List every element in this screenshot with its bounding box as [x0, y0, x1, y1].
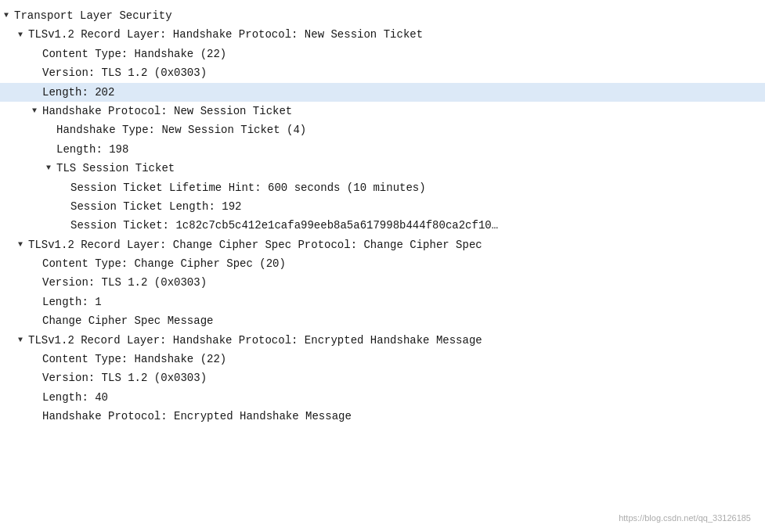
tree-node-label: Length: 40: [42, 389, 108, 406]
collapse-toggle[interactable]: [0, 9, 13, 22]
tree-node-label: Content Type: Handshake (22): [42, 45, 226, 63]
watermark: https://blog.csdn.net/qq_33126185: [619, 513, 751, 523]
tree-row: Handshake Protocol: Encrypted Handshake …: [0, 407, 765, 426]
tree-row: Session Ticket Length: 192: [0, 197, 765, 216]
tree-node-label: Length: 198: [56, 141, 128, 158]
tree-node-label: TLSv1.2 Record Layer: Handshake Protocol…: [28, 332, 482, 349]
tree-node-label: Session Ticket Lifetime Hint: 600 second…: [70, 179, 426, 196]
tree-node-label: Session Ticket Length: 192: [70, 198, 241, 215]
tree-row: Length: 198: [0, 140, 765, 159]
collapse-toggle[interactable]: [28, 105, 41, 117]
tree-row[interactable]: Transport Layer Security: [0, 6, 765, 25]
tree-node-label: Version: TLS 1.2 (0x0303): [42, 369, 207, 386]
tree-row: Length: 202: [0, 83, 765, 102]
tree-row: Handshake Type: New Session Ticket (4): [0, 120, 765, 139]
tree-row: Version: TLS 1.2 (0x0303): [0, 273, 765, 292]
tree-node-label: Content Type: Handshake (22): [42, 350, 226, 368]
collapse-toggle[interactable]: [14, 29, 27, 41]
tree-row[interactable]: Handshake Protocol: New Session Ticket: [0, 102, 765, 120]
tree-row[interactable]: TLS Session Ticket: [0, 159, 765, 178]
tree-row[interactable]: TLSv1.2 Record Layer: Handshake Protocol…: [0, 331, 765, 350]
tree-row[interactable]: TLSv1.2 Record Layer: Handshake Protocol…: [0, 25, 765, 44]
tree-node-label: Version: TLS 1.2 (0x0303): [42, 64, 207, 81]
tree-row: Session Ticket: 1c82c7cb5c412e1cafa99eeb…: [0, 216, 765, 235]
tree-row: Content Type: Change Cipher Spec (20): [0, 254, 765, 273]
tree-row[interactable]: TLSv1.2 Record Layer: Change Cipher Spec…: [0, 235, 765, 254]
tree-row: Length: 40: [0, 388, 765, 407]
collapse-toggle[interactable]: [42, 162, 55, 174]
tree-node-label: Handshake Protocol: Encrypted Handshake …: [42, 408, 352, 425]
tree-row: Change Cipher Spec Message: [0, 311, 765, 330]
tree-row: Session Ticket Lifetime Hint: 600 second…: [0, 178, 765, 197]
tree-node-label: Handshake Protocol: New Session Ticket: [42, 102, 292, 120]
tree-node-label: TLSv1.2 Record Layer: Change Cipher Spec…: [28, 236, 482, 253]
tree-node-label: Version: TLS 1.2 (0x0303): [42, 274, 207, 291]
tree-node-label: TLS Session Ticket: [56, 160, 175, 177]
packet-tree: Transport Layer SecurityTLSv1.2 Record L…: [0, 0, 765, 433]
tree-node-label: Handshake Type: New Session Ticket (4): [56, 121, 306, 138]
tree-node-label: Change Cipher Spec Message: [42, 312, 213, 329]
tree-row: Content Type: Handshake (22): [0, 45, 765, 63]
tree-row: Length: 1: [0, 293, 765, 311]
tree-row: Version: TLS 1.2 (0x0303): [0, 368, 765, 387]
tree-row: Content Type: Handshake (22): [0, 350, 765, 368]
collapse-toggle[interactable]: [14, 334, 27, 347]
tree-node-label: Length: 202: [42, 84, 114, 101]
tree-node-label: TLSv1.2 Record Layer: Handshake Protocol…: [28, 26, 423, 43]
tree-node-label: Session Ticket: 1c82c7cb5c412e1cafa99eeb…: [70, 217, 498, 234]
collapse-toggle[interactable]: [14, 239, 27, 251]
tree-node-label: Length: 1: [42, 293, 102, 311]
tree-node-label: Transport Layer Security: [14, 7, 172, 24]
tree-node-label: Content Type: Change Cipher Spec (20): [42, 255, 286, 272]
tree-row: Version: TLS 1.2 (0x0303): [0, 63, 765, 82]
